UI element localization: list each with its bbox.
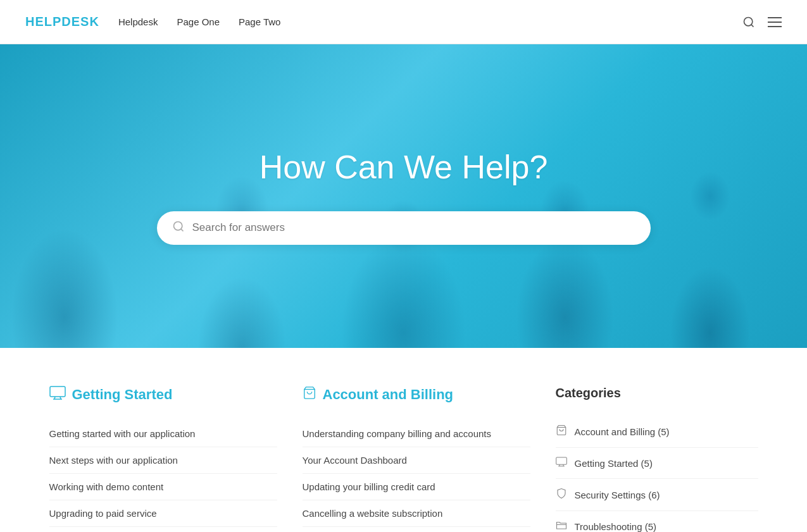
- categories-title: Categories: [556, 386, 758, 400]
- hero-title: How Can We Help?: [13, 148, 794, 186]
- folder-cat-icon: [556, 520, 567, 532]
- search-icon-button[interactable]: [742, 16, 755, 28]
- bag-icon: [303, 386, 316, 400]
- svg-rect-10: [556, 457, 566, 464]
- getting-started-section: Getting Started Getting started with our…: [49, 386, 277, 532]
- nav-link-page-one[interactable]: Page One: [177, 16, 220, 27]
- categories-sidebar: Categories Account and Billing (5): [556, 386, 758, 532]
- monitor-small-icon: [556, 457, 567, 467]
- hero-section: How Can We Help?: [0, 44, 807, 348]
- getting-started-title: Getting Started: [49, 386, 277, 403]
- svg-line-3: [180, 228, 183, 231]
- hero-content: How Can We Help?: [0, 148, 807, 245]
- account-billing-list: Understanding company billing and accoun…: [303, 421, 530, 532]
- search-bar: [157, 211, 651, 245]
- list-item[interactable]: Updating your billing credit card: [303, 474, 530, 500]
- category-item-security[interactable]: Security Settings (6): [556, 479, 758, 511]
- svg-rect-4: [50, 387, 65, 397]
- shield-icon: [556, 488, 567, 499]
- category-list: Account and Billing (5) Getting Started …: [556, 416, 758, 532]
- search-bar-icon: [172, 220, 185, 236]
- bag-small-icon: [556, 424, 567, 436]
- monitor-cat-icon: [556, 457, 567, 469]
- list-item[interactable]: Your Account Dashboard: [303, 447, 530, 474]
- category-item-getting-started[interactable]: Getting Started (5): [556, 448, 758, 479]
- hamburger-line-2: [768, 22, 782, 23]
- search-icon: [742, 16, 755, 28]
- svg-point-2: [173, 221, 182, 230]
- main-content: Getting Started Getting started with our…: [24, 348, 784, 532]
- svg-line-1: [751, 24, 754, 27]
- menu-icon-button[interactable]: [768, 17, 782, 27]
- shield-cat-icon: [556, 488, 567, 502]
- nav-links: Helpdesk Page One Page Two: [118, 16, 281, 28]
- nav-link-page-two[interactable]: Page Two: [239, 16, 280, 27]
- navbar-actions: [742, 16, 782, 28]
- list-item[interactable]: Setting up new domain and page: [49, 527, 277, 532]
- billing-icon: [303, 386, 316, 403]
- getting-started-list: Getting started with our application Nex…: [49, 421, 277, 532]
- account-billing-title: Account and Billing: [303, 386, 530, 403]
- brand-logo[interactable]: HELPDESK: [25, 15, 99, 29]
- nav-link-helpdesk[interactable]: Helpdesk: [118, 16, 158, 27]
- list-item[interactable]: Working with demo content: [49, 474, 277, 500]
- folder-icon: [556, 520, 567, 530]
- list-item[interactable]: Cancelling a website subscription: [303, 500, 530, 527]
- category-item-billing[interactable]: Account and Billing (5): [556, 416, 758, 448]
- hamburger-line-3: [768, 26, 782, 27]
- getting-started-icon: [49, 386, 66, 403]
- hamburger-line-1: [768, 17, 782, 18]
- list-item[interactable]: Getting started with our application: [49, 421, 277, 447]
- list-item[interactable]: Next steps with our application: [49, 447, 277, 474]
- account-billing-section: Account and Billing Understanding compan…: [303, 386, 530, 532]
- list-item[interactable]: Upgrading to paid service: [49, 500, 277, 527]
- billing-cat-icon: [556, 424, 567, 438]
- search-input[interactable]: [192, 221, 635, 234]
- category-item-troubleshooting[interactable]: Troubleshooting (5): [556, 511, 758, 532]
- svg-point-0: [744, 17, 753, 25]
- list-item[interactable]: Understanding company billing and accoun…: [303, 421, 530, 447]
- list-item[interactable]: Accepted currencies for product billing: [303, 527, 530, 532]
- navbar: HELPDESK Helpdesk Page One Page Two: [0, 0, 807, 44]
- monitor-icon: [49, 386, 66, 400]
- search-icon: [172, 220, 185, 233]
